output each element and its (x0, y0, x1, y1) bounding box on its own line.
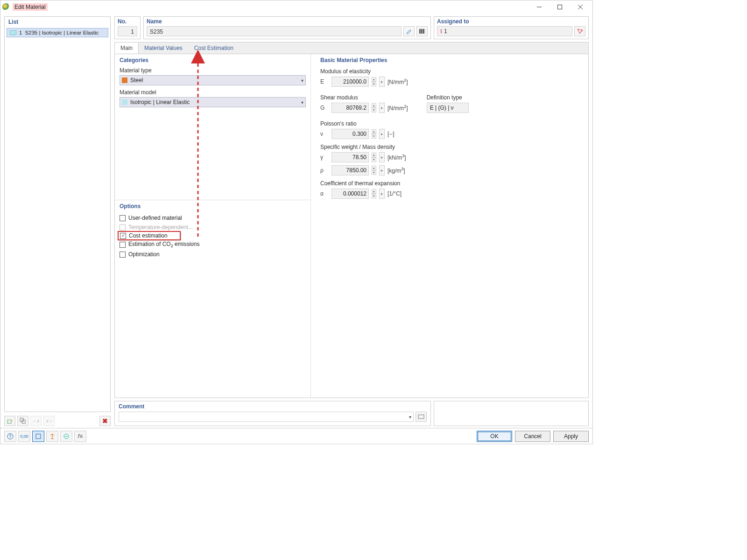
option-user-defined[interactable]: User-defined material (120, 213, 306, 223)
option-user-defined-label: User-defined material (128, 215, 182, 221)
material-type-value: Steel (130, 77, 143, 84)
titlebar: Edit Material (0, 0, 592, 14)
number-box: No. 1 (114, 16, 141, 39)
minimize-button[interactable] (529, 0, 550, 14)
dialog-footer: ? 0,00 f≡ OK Cancel Apply (0, 428, 592, 444)
step-button[interactable]: ▸ (379, 77, 385, 87)
comment-panel: Comment ▾ (114, 401, 431, 426)
close-button[interactable] (570, 0, 591, 14)
options-header: Options (120, 203, 306, 210)
checkbox-icon (120, 215, 126, 221)
poisson-symbol: ν (320, 131, 329, 137)
units-button[interactable]: 0,00 (18, 431, 30, 442)
alpha-field[interactable]: 0.000012 (331, 189, 369, 199)
step-button[interactable]: ▸ (379, 103, 385, 113)
svg-rect-4 (7, 420, 11, 423)
alpha-label: Coefficient of thermal expansion (320, 180, 584, 187)
cancel-button[interactable]: Cancel (515, 431, 550, 442)
svg-rect-11 (421, 29, 423, 34)
list-item-text: S235 | Isotropic | Linear Elastic (25, 30, 99, 35)
svg-rect-1 (558, 5, 562, 9)
properties-section: Basic Material Properties Modulus of ela… (316, 54, 588, 398)
definition-type-field[interactable]: E | (G) | ν (427, 103, 469, 113)
option-co2[interactable]: Estimation of CO2 emissions (120, 239, 306, 250)
edit-name-button[interactable] (403, 26, 415, 36)
view-mode-button[interactable] (32, 431, 44, 442)
gamma-unit: [kN/m3] (388, 154, 406, 161)
chevron-down-icon: ▾ (301, 78, 303, 83)
rho-unit: [kg/m3] (388, 167, 405, 174)
checkbox-checked-icon (120, 233, 126, 239)
include-button: ✓✗ (30, 416, 42, 426)
tab-material-values[interactable]: Material Values (139, 42, 189, 54)
library-button[interactable] (416, 26, 428, 36)
density-label: Specific weight / Mass density (320, 144, 584, 150)
option-co2-label: Estimation of CO2 emissions (128, 241, 199, 248)
step-button[interactable]: ▸ (379, 189, 385, 199)
apply-button[interactable]: Apply (553, 431, 589, 442)
new-item-button[interactable] (4, 416, 15, 426)
option-temperature: Temperature-dependent... (120, 223, 306, 232)
list-toolbar: ✓✗ ✗✓ ✖ (4, 415, 111, 426)
option-optimization[interactable]: Optimization (120, 250, 306, 259)
copy-item-button[interactable] (17, 416, 28, 426)
material-model-dropdown[interactable]: Isotropic | Linear Elastic ▾ (120, 97, 306, 107)
maximize-button[interactable] (550, 0, 570, 14)
checkbox-icon (120, 242, 126, 248)
svg-text:✗✓: ✗✓ (46, 419, 52, 424)
svg-marker-5 (11, 420, 13, 421)
spinner[interactable]: ▴▾ (372, 189, 376, 198)
material-type-dropdown[interactable]: Steel ▾ (120, 75, 306, 85)
preview-panel (434, 401, 589, 426)
tab-main[interactable]: Main (114, 42, 139, 54)
shear-field[interactable]: 80769.2 (331, 103, 369, 113)
steel-swatch-icon (122, 77, 127, 83)
help-button[interactable]: ? (4, 431, 16, 442)
list-panel: List 1 S235 | Isotropic | Linear Elastic (4, 16, 111, 412)
calc-button[interactable] (60, 431, 72, 442)
rho-field[interactable]: 7850.00 (331, 165, 369, 175)
step-button[interactable]: ▸ (379, 152, 385, 162)
svg-rect-14 (418, 415, 424, 419)
options-section: Options User-defined material Temperatur… (115, 200, 311, 398)
properties-header: Basic Material Properties (320, 57, 584, 63)
ok-button[interactable]: OK (477, 431, 512, 442)
name-field[interactable]: S235 (147, 26, 402, 36)
svg-rect-12 (423, 29, 424, 34)
gamma-symbol: γ (320, 154, 329, 161)
comment-pick-button[interactable] (416, 412, 427, 422)
member-button[interactable] (46, 431, 58, 442)
delete-item-button[interactable]: ✖ (99, 416, 111, 426)
spinner[interactable]: ▴▾ (372, 153, 376, 162)
number-field[interactable]: 1 (118, 26, 137, 36)
spinner[interactable]: ▴▾ (372, 77, 376, 86)
spinner[interactable]: ▴▾ (372, 103, 376, 112)
list-item[interactable]: 1 S235 | Isotropic | Linear Elastic (7, 28, 108, 37)
definition-type-label: Definition type (427, 94, 469, 101)
member-icon: I (440, 26, 442, 36)
assigned-field[interactable]: I 1 (437, 26, 572, 36)
option-cost-estimation[interactable]: Cost estimation (118, 231, 181, 240)
comment-field[interactable]: ▾ (119, 412, 414, 422)
option-cost-label: Cost estimation (129, 232, 168, 239)
poisson-unit: [--] (388, 131, 395, 137)
pick-assigned-button[interactable] (574, 26, 585, 36)
gamma-field[interactable]: 78.50 (331, 152, 369, 162)
step-button[interactable]: ▸ (379, 165, 385, 175)
function-button[interactable]: f≡ (74, 431, 86, 442)
chevron-down-icon: ▾ (301, 100, 303, 105)
tab-cost-estimation[interactable]: Cost Estimation (189, 42, 240, 54)
spinner[interactable]: ▴▾ (372, 166, 376, 175)
app-icon (2, 3, 10, 11)
option-temperature-label: Temperature-dependent... (128, 224, 193, 231)
mod-e-label: Modulus of elasticity (320, 68, 584, 75)
checkbox-icon (120, 252, 126, 258)
step-button[interactable]: ▸ (379, 129, 385, 139)
poisson-field[interactable]: 0.300 (331, 129, 369, 139)
alpha-unit: [1/°C] (388, 190, 402, 197)
material-swatch-icon (10, 30, 16, 35)
spinner[interactable]: ▴▾ (372, 129, 376, 139)
chevron-down-icon: ▾ (409, 414, 411, 420)
mod-e-field[interactable]: 210000.0 (331, 77, 369, 87)
shear-symbol: G (320, 105, 329, 111)
